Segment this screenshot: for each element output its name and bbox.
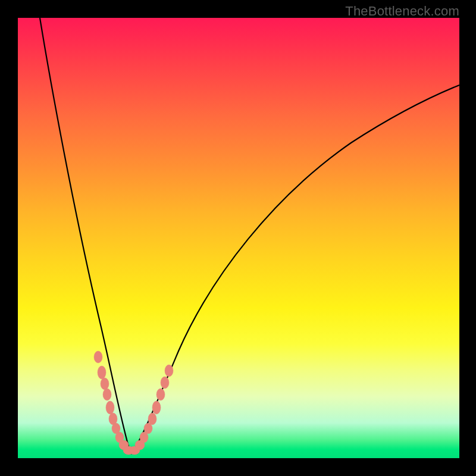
plot-area [18,18,459,458]
svg-point-17 [161,377,169,389]
curve-left-branch [40,18,131,454]
watermark-text: TheBottleneck.com [345,4,459,19]
svg-point-15 [152,401,161,414]
svg-point-1 [98,366,106,379]
svg-point-18 [165,365,173,377]
valley-markers [94,351,173,455]
curve-right-branch [131,85,459,454]
svg-point-16 [156,389,165,400]
svg-point-0 [94,351,102,363]
svg-point-3 [103,389,111,400]
svg-point-2 [101,378,109,390]
chart-frame: TheBottleneck.com [0,0,476,476]
svg-point-4 [106,401,114,414]
svg-point-14 [148,413,156,425]
curve-svg [18,18,459,458]
